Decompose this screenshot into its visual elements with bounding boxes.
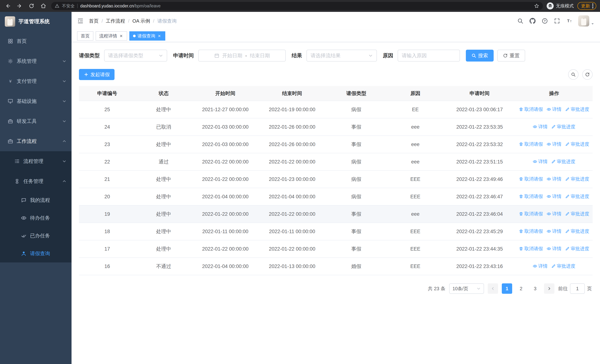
cell-actions: 取消请假详情审批进度 [516,240,593,258]
table-row: 18处理中2022-01-11 00:00:002022-01-11 00:00… [79,223,593,240]
detail-link[interactable]: 详情 [547,193,562,199]
tag-home[interactable]: 首页 [77,31,94,41]
detail-link[interactable]: 详情 [547,176,562,182]
sidebar-item-home[interactable]: 首页 [0,31,72,51]
home-button[interactable] [39,2,47,10]
search-button[interactable]: 搜索 [466,50,494,62]
search-toggle-button[interactable] [568,69,579,80]
filter-reason: 原因 [383,50,460,62]
approval-progress-link[interactable]: 审批进度 [565,141,589,147]
browser-menu-icon[interactable] [592,3,593,8]
refresh-button[interactable] [582,69,593,80]
page-size-select[interactable]: 10条/页 [449,283,484,294]
prev-page-button[interactable] [488,283,498,294]
cell-id: 21 [79,170,135,188]
table-row: 16不通过2022-01-04 00:00:002022-01-13 00:00… [79,258,593,275]
page-number-2[interactable]: 2 [516,283,526,294]
forward-button[interactable] [16,2,24,10]
detail-link[interactable]: 详情 [547,246,562,252]
create-leave-button[interactable]: 发起请假 [79,69,114,80]
breadcrumb-item[interactable]: 首页 [89,18,99,24]
page-number-1[interactable]: 1 [502,283,512,294]
cell-reason: EEE [387,240,444,258]
filter-label: 原因 [383,52,393,59]
cancel-leave-link[interactable]: 取消请假 [519,246,543,252]
cell-end_time: 2022-01-23 00:00:00 [259,170,325,188]
tag-process-detail[interactable]: 流程详情 [96,31,127,41]
sidebar-item-infrastructure[interactable]: 基础设施 [0,91,72,111]
browser-update-button[interactable]: 更新 [577,2,596,10]
approval-progress-link[interactable]: 审批进度 [565,211,589,217]
sidebar-item-my-processes[interactable]: 我的流程 [0,191,72,209]
tag-leave-query[interactable]: 请假查询 [129,31,165,41]
app-logo[interactable]: 芋道管理系统 [0,12,72,31]
approval-progress-link[interactable]: 审批进度 [565,176,589,182]
detail-link[interactable]: 详情 [547,211,562,217]
detail-link[interactable]: 详情 [533,124,548,130]
sidebar-item-task-management[interactable]: 任务管理 [0,171,72,191]
cancel-leave-link[interactable]: 取消请假 [519,211,543,217]
filter-result: 结果 请选择流结果 [292,50,377,62]
address-bar[interactable]: 不安全 dashboard.yudao.iocoder.cn/bpm/oa/le… [51,2,543,10]
detail-link[interactable]: 详情 [547,228,562,234]
cancel-leave-link[interactable]: 取消请假 [519,193,543,199]
sidebar-item-devtools[interactable]: 研发工具 [0,111,72,131]
close-icon[interactable] [157,34,162,38]
reason-input[interactable] [402,53,456,59]
approval-progress-link[interactable]: 审批进度 [565,246,589,252]
result-select[interactable]: 请选择流结果 [307,50,377,62]
cancel-leave-link[interactable]: 取消请假 [519,176,543,182]
user-avatar[interactable] [578,15,589,27]
cancel-leave-link[interactable]: 取消请假 [519,141,543,147]
back-button[interactable] [4,2,12,10]
detail-link[interactable]: 详情 [533,159,548,165]
approval-progress-link[interactable]: 审批进度 [551,159,575,165]
incognito-indicator: 无痕模式 [547,2,574,9]
detail-link[interactable]: 详情 [547,106,562,112]
reload-button[interactable] [28,2,36,10]
help-icon[interactable]: ? [542,18,548,24]
goto-page-input[interactable] [570,283,585,294]
reset-button[interactable]: 重置 [497,50,525,62]
breadcrumb-item[interactable]: OA 示例 [132,18,150,24]
page-number-3[interactable]: 3 [530,283,540,294]
detail-link[interactable]: 详情 [533,263,548,269]
sidebar-item-leave-query[interactable]: 请假查询 [0,245,72,262]
close-icon[interactable] [119,34,123,38]
fullscreen-icon[interactable] [554,18,560,24]
leave-type-select[interactable]: 请选择请假类型 [104,50,167,62]
security-warning-icon[interactable] [55,4,59,8]
sidebar-item-payment[interactable]: ¥ 支付管理 [0,71,72,91]
cancel-leave-link[interactable]: 取消请假 [519,228,543,234]
app: 芋道管理系统 首页 系统管理 ¥ 支付管理 基础设施 [0,12,600,364]
font-size-icon[interactable]: TT [566,18,572,24]
sidebar-item-todo-tasks[interactable]: 待办任务 [0,209,72,227]
sidebar-item-label: 流程管理 [23,158,43,165]
svg-text:?: ? [544,19,546,23]
cell-actions: 详情审批进度 [516,118,593,136]
sidebar-item-system[interactable]: 系统管理 [0,51,72,71]
breadcrumb-item[interactable]: 工作流程 [106,18,125,24]
approval-progress-link[interactable]: 审批进度 [565,193,589,199]
approval-progress-link[interactable]: 审批进度 [565,106,589,112]
date-range-picker[interactable]: 开始日期 - 结束日期 [198,50,286,62]
leave-table-body: 25处理中2021-12-27 00:00:002022-01-19 00:00… [79,101,593,275]
sidebar-item-workflow[interactable]: 工作流程 [0,131,72,151]
detail-link[interactable]: 详情 [547,141,562,147]
cancel-leave-link[interactable]: 取消请假 [519,106,543,112]
filter-form: 请假类型 请选择请假类型 申请时间 开始日期 - 结束日期 [79,50,593,62]
date-start-placeholder: 开始日期 [222,52,242,59]
approval-progress-link[interactable]: 审批进度 [551,124,575,130]
sidebar-item-label: 请假查询 [30,250,50,257]
sidebar-fold-icon[interactable] [77,18,84,24]
github-icon[interactable] [529,18,536,24]
next-page-button[interactable] [544,283,554,294]
sidebar-item-done-tasks[interactable]: 已办任务 [0,227,72,245]
bookmark-star-icon[interactable] [534,3,539,9]
approval-progress-link[interactable]: 审批进度 [565,228,589,234]
sidebar-item-process-management[interactable]: 流程管理 [0,151,72,171]
sidebar-item-label: 我的流程 [30,197,50,204]
user-menu[interactable] [578,15,594,27]
approval-progress-link[interactable]: 审批进度 [551,263,575,269]
search-icon[interactable] [517,18,524,24]
